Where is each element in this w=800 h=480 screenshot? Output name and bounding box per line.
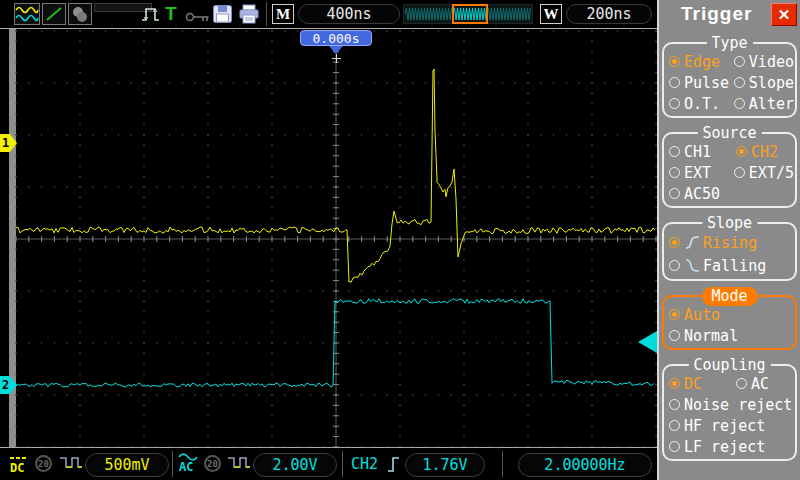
panel-title: Trigger	[681, 3, 752, 25]
radio-option-pulse[interactable]: Pulse	[669, 74, 734, 92]
print-icon[interactable]	[238, 4, 260, 28]
radio-option-alter[interactable]: Alter	[734, 95, 794, 113]
channel-waves-icon[interactable]	[14, 3, 40, 25]
trigger-position-marker[interactable]: 0.000s	[300, 30, 372, 46]
trigger-point-cross-icon	[331, 53, 342, 64]
radio-option-auto[interactable]: Auto	[669, 306, 720, 324]
trigger-rising-edge-icon	[386, 453, 402, 479]
radio-option-noise-reject[interactable]: Noise reject	[669, 396, 792, 414]
ch1-bandwidth-badge: 20	[35, 455, 52, 472]
trace-ch1	[16, 69, 655, 282]
ch1-coupling-dc-icon: DC	[8, 454, 32, 480]
section-title-source: Source	[697, 124, 761, 143]
radio-icon	[669, 260, 680, 271]
radio-option-ac[interactable]: AC	[736, 375, 769, 393]
radio-icon	[669, 77, 680, 88]
radio-option-rising[interactable]: Rising	[669, 234, 757, 252]
radio-option-slope[interactable]: Slope	[734, 74, 794, 92]
trigger-source-label: CH2	[351, 455, 378, 473]
ch2-coupling-ac-icon: AC	[177, 452, 201, 480]
radio-icon	[669, 378, 680, 389]
radio-icon	[669, 420, 680, 431]
pulse-icon[interactable]	[140, 4, 162, 28]
radio-label: CH1	[684, 143, 711, 161]
wave-preview-strip[interactable]	[403, 4, 533, 28]
radio-option-falling[interactable]: Falling	[669, 257, 766, 275]
radio-option-ac50[interactable]: AC50	[669, 185, 720, 203]
ch2-scale-value: 2.00V	[253, 453, 337, 477]
ch2-probe-waveform-icon	[226, 453, 252, 477]
frequency-counter-value: 2.00000Hz	[518, 453, 652, 477]
key-lock-icon[interactable]	[185, 8, 211, 27]
radio-option-ch1[interactable]: CH1	[669, 143, 736, 161]
ch1-scale-value: 500mV	[85, 453, 169, 477]
section-type: TypeEdgeVideoPulseSlopeO.T.Alter	[662, 42, 797, 118]
radio-icon	[734, 56, 745, 67]
trigger-status-icon: T	[165, 3, 177, 25]
section-title-type: Type	[706, 34, 752, 53]
radio-label: EXT	[684, 164, 711, 182]
radio-option-hf-reject[interactable]: HF reject	[669, 417, 765, 435]
radio-label: CH2	[751, 143, 778, 161]
ch1-probe-waveform-icon	[58, 453, 84, 477]
radio-icon	[736, 378, 747, 389]
radio-option-normal[interactable]: Normal	[669, 327, 738, 345]
radio-option-dc[interactable]: DC	[669, 375, 736, 393]
radio-icon	[736, 146, 747, 157]
waveform-traces	[0, 29, 657, 447]
section-title-mode: Mode	[701, 287, 757, 306]
radio-option-video[interactable]: Video	[734, 53, 794, 71]
radio-icon	[669, 56, 680, 67]
usb-icon[interactable]	[68, 3, 92, 25]
oscilloscope-screen: T M 400ns W 200ns Trigger ✕ 0	[0, 0, 800, 480]
radio-label: Edge	[684, 53, 720, 71]
svg-text:DC: DC	[10, 461, 24, 475]
radio-icon	[669, 237, 680, 248]
status-divider	[502, 451, 503, 477]
rising-edge-icon	[684, 234, 701, 251]
waveform-display: 0.000s 1 2	[0, 28, 657, 448]
main-timebase-value: 400ns	[298, 4, 400, 24]
radio-label: LF reject	[684, 438, 765, 456]
radio-icon	[734, 98, 745, 109]
falling-edge-icon	[684, 257, 701, 274]
radio-icon	[734, 77, 745, 88]
line-icon[interactable]	[42, 3, 66, 25]
radio-label: AC	[751, 375, 769, 393]
radio-icon	[669, 399, 680, 410]
section-coupling: CouplingDCACNoise rejectHF rejectLF reje…	[662, 364, 797, 461]
radio-label: HF reject	[684, 417, 765, 435]
trigger-menu-panel: TypeEdgeVideoPulseSlopeO.T.AlterSourceCH…	[657, 28, 800, 480]
toolbar: T M 400ns W 200ns	[0, 0, 657, 28]
ch2-bandwidth-badge: 20	[204, 455, 221, 472]
radio-label: Rising	[703, 234, 757, 252]
main-timebase-badge: M	[272, 4, 294, 24]
radio-option-o-t[interactable]: O.T.	[669, 95, 734, 113]
close-icon[interactable]: ✕	[771, 3, 797, 26]
section-title-slope: Slope	[702, 214, 757, 233]
section-title-coupling: Coupling	[688, 356, 770, 375]
radio-label: Pulse	[684, 74, 729, 92]
radio-option-ext-5[interactable]: EXT/5	[734, 164, 794, 182]
radio-label: Alter	[749, 95, 794, 113]
radio-label: O.T.	[684, 95, 720, 113]
trigger-panel-titlebar: Trigger ✕	[657, 0, 800, 28]
trigger-menu-sections: TypeEdgeVideoPulseSlopeO.T.AlterSourceCH…	[659, 42, 800, 461]
radio-option-ch2[interactable]: CH2	[736, 143, 778, 161]
radio-option-lf-reject[interactable]: LF reject	[669, 438, 765, 456]
toolbar-divider	[266, 2, 267, 26]
radio-icon	[669, 188, 680, 199]
radio-label: Slope	[749, 74, 794, 92]
radio-icon	[669, 309, 680, 320]
radio-icon	[669, 98, 680, 109]
radio-option-edge[interactable]: Edge	[669, 53, 734, 71]
section-mode: ModeAutoNormal	[662, 295, 797, 350]
save-icon[interactable]	[212, 4, 233, 28]
status-divider	[172, 451, 173, 477]
radio-icon	[669, 146, 680, 157]
radio-icon	[734, 167, 745, 178]
radio-option-ext[interactable]: EXT	[669, 164, 734, 182]
radio-label: AC50	[684, 185, 720, 203]
radio-icon	[669, 167, 680, 178]
radio-label: Noise reject	[684, 396, 792, 414]
